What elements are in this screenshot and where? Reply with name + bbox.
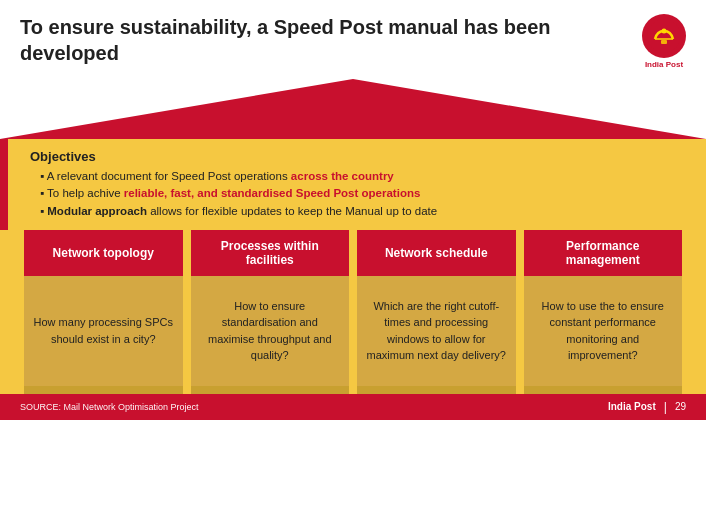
roof-triangle (0, 79, 706, 139)
highlight-reliable: reliable, fast, and standardised Speed P… (124, 187, 421, 199)
objective-item-1: A relevant document for Speed Post opera… (30, 168, 686, 185)
pillar-header-1: Processes within facilities (191, 230, 350, 276)
main-content: Objectives A relevant document for Speed… (0, 139, 706, 420)
svg-point-0 (647, 19, 681, 53)
logo-area: India Post (642, 14, 686, 69)
objectives-band: Objectives A relevant document for Speed… (0, 139, 706, 230)
pillar-header-2: Network schedule (357, 230, 516, 276)
pillar-col-1: Processes within facilitiesHow to ensure… (187, 230, 354, 394)
pillar-base-1 (191, 386, 350, 394)
highlight-across: across the country (291, 170, 394, 182)
footer: SOURCE: Mail Network Optimisation Projec… (0, 394, 706, 420)
svg-rect-3 (661, 40, 667, 44)
pillar-body-1: How to ensure standardisation and maximi… (191, 276, 350, 386)
pillar-body-3: How to use the to ensure constant perfor… (524, 276, 683, 386)
pillar-header-0: Network topology (24, 230, 183, 276)
pillar-header-3: Performance management (524, 230, 683, 276)
footer-separator: | (664, 400, 667, 414)
footer-source: SOURCE: Mail Network Optimisation Projec… (20, 402, 199, 412)
pillar-body-2: Which are the right cutoff-times and pro… (357, 276, 516, 386)
pillar-col-3: Performance managementHow to use the to … (520, 230, 687, 394)
pillar-base-3 (524, 386, 683, 394)
india-post-logo-icon (647, 19, 681, 53)
pillar-base-0 (24, 386, 183, 394)
pillar-body-0: How many processing SPCs should exist in… (24, 276, 183, 386)
svg-point-1 (662, 29, 667, 34)
pillars-section: Network topologyHow many processing SPCs… (0, 230, 706, 394)
logo-circle (642, 14, 686, 58)
objectives-title: Objectives (30, 149, 686, 164)
header: To ensure sustainability, a Speed Post m… (0, 0, 706, 77)
highlight-modular: Modular approach (47, 205, 147, 217)
page-title: To ensure sustainability, a Speed Post m… (20, 14, 580, 66)
pillar-col-2: Network scheduleWhich are the right cuto… (353, 230, 520, 394)
footer-page: 29 (675, 401, 686, 412)
logo-label: India Post (645, 60, 683, 69)
footer-right: India Post | 29 (608, 400, 686, 414)
objective-item-2: To help achive reliable, fast, and stand… (30, 185, 686, 202)
pillar-base-2 (357, 386, 516, 394)
footer-brand: India Post (608, 401, 656, 412)
objective-item-3: Modular approach allows for flexible upd… (30, 203, 686, 220)
pillar-col-0: Network topologyHow many processing SPCs… (20, 230, 187, 394)
roof-triangle-container (0, 79, 706, 139)
